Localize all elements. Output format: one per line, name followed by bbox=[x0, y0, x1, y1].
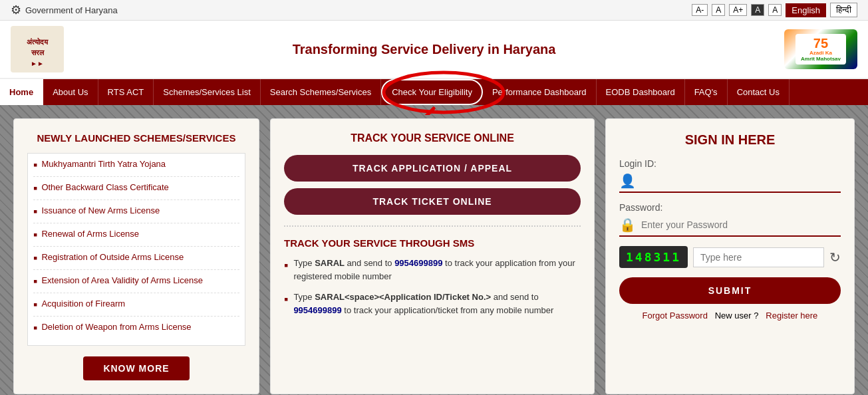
nav-rts-act[interactable]: RTS ACT bbox=[98, 79, 154, 105]
list-item: ▪ Renewal of Arms License bbox=[33, 229, 239, 247]
hero-section: NEWLY LAUNCHED SCHEMES/SERVICES ▪ Mukhya… bbox=[0, 105, 868, 395]
gov-name-area: ⚙ Government of Haryana bbox=[11, 3, 118, 17]
list-item: ▪ Issuance of New Arms License bbox=[33, 205, 239, 223]
scheme-link-1[interactable]: Other Backward Class Certificate bbox=[41, 182, 168, 192]
nav-eodb-dashboard[interactable]: EODB Dashboard bbox=[597, 79, 685, 105]
sms-instructions: ▪ Type SARAL and send to 9954699899 to t… bbox=[284, 257, 581, 317]
track-sms-title: TRACK YOUR SERVICE THROUGH SMS bbox=[284, 237, 581, 249]
main-nav: Home About Us RTS ACT Schemes/Services L… bbox=[0, 79, 868, 105]
list-item: ▪ Deletion of Weapon from Arms License bbox=[33, 322, 239, 339]
sms-instruction-1: ▪ Type SARAL and send to 9954699899 to t… bbox=[284, 257, 581, 283]
schemes-list[interactable]: ▪ Mukhyamantri Tirth Yatra Yojana ▪ Othe… bbox=[27, 153, 245, 346]
nav-performance-dashboard[interactable]: Performance Dashboard bbox=[483, 79, 597, 105]
schemes-card: NEWLY LAUNCHED SCHEMES/SERVICES ▪ Mukhya… bbox=[13, 118, 259, 394]
track-card: TRACK YOUR SERVICE ONLINE TRACK APPLICAT… bbox=[270, 118, 595, 394]
password-label: Password: bbox=[619, 202, 841, 213]
nav-about-us[interactable]: About Us bbox=[43, 79, 98, 105]
font-size-normal-btn[interactable]: A bbox=[712, 4, 725, 16]
bullet-icon: ▪ bbox=[33, 322, 37, 334]
svg-text:►►: ►► bbox=[31, 60, 44, 67]
forgot-password-link[interactable]: Forgot Password bbox=[643, 311, 708, 321]
track-online-title: TRACK YOUR SERVICE ONLINE bbox=[284, 132, 581, 144]
top-bar-right: A- A A+ A A English हिन्दी bbox=[692, 3, 857, 17]
bullet-icon: ▪ bbox=[33, 252, 37, 264]
register-link[interactable]: Register here bbox=[766, 311, 817, 321]
bullet-icon: ▪ bbox=[284, 291, 288, 317]
contrast-dark-btn[interactable]: A bbox=[751, 4, 764, 16]
list-item: ▪ Mukhyamantri Tirth Yatra Yojana bbox=[33, 159, 239, 177]
bullet-icon: ▪ bbox=[33, 205, 37, 217]
captcha-input[interactable] bbox=[693, 247, 824, 267]
gov-emblem-icon: ⚙ bbox=[11, 3, 21, 17]
bullet-icon: ▪ bbox=[33, 229, 37, 241]
scheme-link-7[interactable]: Deletion of Weapon from Arms License bbox=[41, 322, 191, 332]
user-icon: 👤 bbox=[619, 173, 636, 189]
site-header: अंत्योदय सरल ►► Transforming Service Del… bbox=[0, 21, 868, 79]
nav-search-schemes[interactable]: Search Schemes/Services bbox=[261, 79, 381, 105]
nav-check-eligibility[interactable]: Check Your Eligibility bbox=[381, 79, 483, 105]
captcha-image: 148311 bbox=[619, 246, 688, 268]
schemes-card-title: NEWLY LAUNCHED SCHEMES/SERVICES bbox=[27, 132, 245, 144]
nav-schemes-services-list[interactable]: Schemes/Services List bbox=[154, 79, 261, 105]
top-bar: ⚙ Government of Haryana A- A A+ A A Engl… bbox=[0, 0, 868, 21]
scheme-link-0[interactable]: Mukhyamantri Tirth Yatra Yojana bbox=[41, 159, 166, 169]
contrast-light-btn[interactable]: A bbox=[768, 4, 782, 16]
list-item: ▪ Acquisition of Firearm bbox=[33, 299, 239, 317]
lang-hindi-btn[interactable]: हिन्दी bbox=[830, 3, 857, 17]
bullet-icon: ▪ bbox=[33, 275, 37, 287]
scheme-link-4[interactable]: Registration of Outside Arms License bbox=[41, 252, 184, 262]
know-more-button[interactable]: KNOW MORE bbox=[83, 356, 189, 380]
bullet-icon: ▪ bbox=[284, 257, 288, 283]
saral-logo: अंत्योदय सरल ►► bbox=[11, 26, 64, 72]
list-item: ▪ Registration of Outside Arms License bbox=[33, 252, 239, 270]
bullet-icon: ▪ bbox=[33, 182, 37, 194]
signin-title: SIGN IN HERE bbox=[619, 132, 841, 148]
captcha-refresh-button[interactable]: ↻ bbox=[829, 249, 841, 265]
azadi-badge: 75 Azadi Ka Amrit Mahotsav bbox=[784, 29, 857, 69]
lang-english-btn[interactable]: English bbox=[786, 3, 826, 17]
sms-instruction-2: ▪ Type SARAL<space><Application ID/Ticke… bbox=[284, 291, 581, 317]
scheme-link-5[interactable]: Extension of Area Validity of Arms Licen… bbox=[41, 275, 203, 285]
captcha-row: 148311 ↻ bbox=[619, 246, 841, 268]
login-id-label: Login ID: bbox=[619, 158, 841, 169]
submit-button[interactable]: SUBMIT bbox=[619, 277, 841, 304]
logo-area: अंत्योदय सरल ►► bbox=[11, 26, 64, 72]
lock-icon: 🔒 bbox=[619, 217, 636, 233]
site-title: Transforming Service Delivery in Haryana bbox=[64, 42, 784, 57]
svg-text:अंत्योदय: अंत्योदय bbox=[27, 37, 49, 46]
sms-text-1: Type SARAL and send to 9954699899 to tra… bbox=[293, 257, 581, 283]
track-ticket-btn[interactable]: TRACK TICKET ONLINE bbox=[284, 188, 581, 215]
bullet-icon: ▪ bbox=[33, 159, 37, 171]
login-id-input[interactable] bbox=[641, 176, 841, 186]
font-size-decrease-btn[interactable]: A- bbox=[692, 4, 708, 16]
password-input[interactable] bbox=[641, 219, 841, 230]
list-item: ▪ Extension of Area Validity of Arms Lic… bbox=[33, 275, 239, 293]
sms-text-2: Type SARAL<space><Application ID/Ticket … bbox=[293, 291, 581, 317]
list-item: ▪ Other Backward Class Certificate bbox=[33, 182, 239, 200]
track-application-btn[interactable]: TRACK APPLICATION / APPEAL bbox=[284, 155, 581, 182]
font-size-increase-btn[interactable]: A+ bbox=[729, 4, 747, 16]
signin-extra-links: Forgot Password New user ? Register here bbox=[619, 311, 841, 321]
svg-text:सरल: सरल bbox=[31, 49, 45, 57]
bullet-icon: ▪ bbox=[33, 299, 37, 311]
nav-faq[interactable]: FAQ's bbox=[685, 79, 728, 105]
signin-card: SIGN IN HERE Login ID: 👤 Password: 🔒 148… bbox=[605, 118, 855, 394]
password-field-wrap: 🔒 bbox=[619, 217, 841, 237]
scheme-link-6[interactable]: Acquisition of Firearm bbox=[41, 299, 125, 309]
scheme-link-3[interactable]: Renewal of Arms License bbox=[41, 229, 139, 239]
nav-home[interactable]: Home bbox=[0, 79, 43, 105]
new-user-text: New user ? bbox=[715, 311, 759, 321]
login-id-field-wrap: 👤 bbox=[619, 173, 841, 193]
scheme-link-2[interactable]: Issuance of New Arms License bbox=[41, 205, 160, 215]
divider bbox=[284, 225, 581, 227]
nav-contact-us[interactable]: Contact Us bbox=[728, 79, 790, 105]
gov-name: Government of Haryana bbox=[25, 5, 118, 15]
